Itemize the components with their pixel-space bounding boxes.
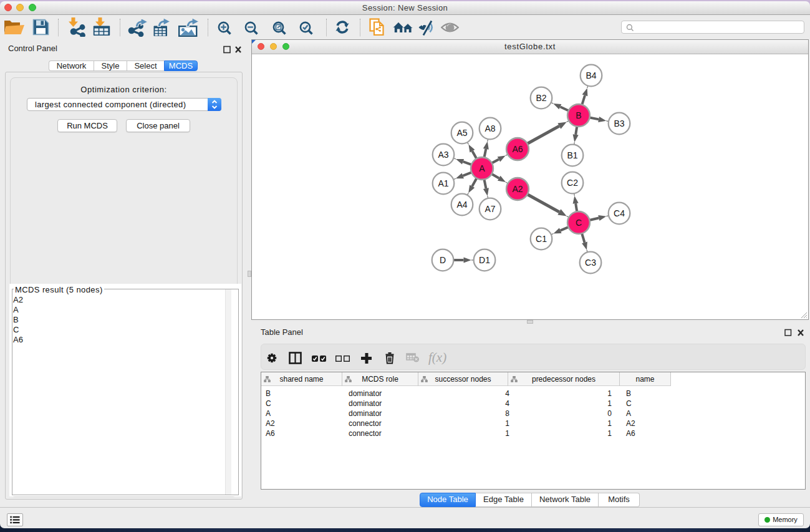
svg-text:B1: B1	[567, 150, 577, 160]
svg-text:C4: C4	[614, 208, 625, 218]
svg-text:C: C	[576, 218, 582, 228]
svg-text:C3: C3	[585, 258, 596, 268]
svg-text:A6: A6	[512, 144, 523, 154]
svg-text:C2: C2	[567, 178, 578, 188]
svg-text:A8: A8	[485, 123, 495, 133]
svg-text:C1: C1	[536, 234, 547, 244]
svg-text:A5: A5	[456, 128, 467, 138]
svg-text:A3: A3	[438, 150, 448, 160]
svg-text:D1: D1	[479, 255, 490, 265]
svg-text:A: A	[479, 163, 485, 173]
svg-text:A4: A4	[456, 200, 467, 210]
svg-text:B2: B2	[536, 93, 546, 103]
svg-text:A2: A2	[512, 184, 523, 194]
svg-text:B: B	[576, 110, 581, 120]
svg-text:B4: B4	[586, 70, 596, 80]
svg-text:D: D	[440, 255, 446, 265]
svg-text:A1: A1	[438, 178, 448, 188]
svg-text:B3: B3	[614, 118, 624, 128]
svg-text:A7: A7	[485, 204, 495, 214]
